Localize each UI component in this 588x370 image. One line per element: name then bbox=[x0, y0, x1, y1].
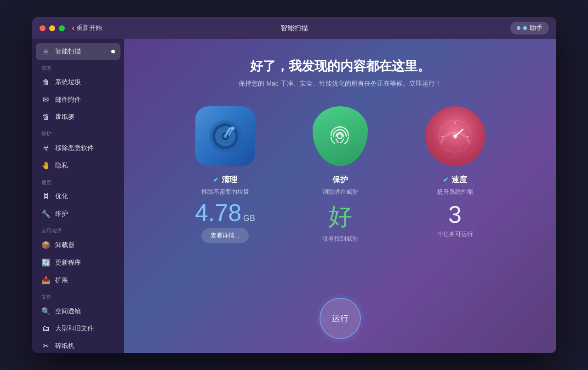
update-icon: 🔄 bbox=[41, 258, 51, 267]
sidebar-item-label: 移除恶意软件 bbox=[55, 144, 94, 152]
sidebar-item-malware[interactable]: ☣ 移除恶意软件 bbox=[36, 139, 120, 156]
biohazard-icon: ☣ bbox=[41, 144, 51, 152]
protect-icon-wrap bbox=[313, 106, 368, 166]
sidebar-item-label: 优化 bbox=[55, 192, 68, 201]
sidebar-item-label: 卸载器 bbox=[55, 241, 74, 249]
clean-check-icon: ✔ bbox=[213, 175, 219, 184]
sidebar-item-label: 大型和旧文件 bbox=[55, 324, 94, 333]
minimize-button[interactable] bbox=[49, 25, 55, 31]
sidebar-item-label: 碎纸机 bbox=[55, 342, 74, 350]
close-button[interactable] bbox=[40, 25, 46, 31]
section-label-speed: 速度 bbox=[32, 174, 124, 188]
card-protect: 保护 消除潜在威胁 好 没有找到威胁 bbox=[290, 106, 391, 243]
clean-value-row: 4.78 GB bbox=[195, 201, 255, 226]
speed-card-title: 速度 bbox=[451, 174, 467, 185]
sidebar-item-label: 维护 bbox=[55, 210, 68, 218]
sidebar-item-extensions[interactable]: 📥 扩展 bbox=[36, 272, 120, 289]
folder-icon: 🗂 bbox=[41, 324, 51, 333]
protect-value: 好 bbox=[328, 201, 352, 233]
speed-icon-wrap bbox=[425, 106, 485, 166]
section-label-protect: 保护 bbox=[32, 126, 124, 139]
sidebar-item-uninstaller[interactable]: 📦 卸载器 bbox=[36, 237, 120, 254]
protect-card-desc: 消除潜在威胁 bbox=[322, 188, 358, 196]
view-details-button[interactable]: 查看详情... bbox=[201, 228, 249, 243]
back-button[interactable]: ‹ 重新开始 bbox=[72, 24, 102, 32]
card-clean: ✔ 清理 移除不需要的垃圾 4.78 GB 查看详情... bbox=[175, 106, 276, 243]
sidebar-item-email-attachments[interactable]: ✉ 邮件附件 bbox=[36, 91, 120, 108]
content-subtitle: 保持您的 Mac 干净、安全、性能优化的所有任务正在等候。立即运行！ bbox=[239, 80, 441, 88]
clean-card-title: 清理 bbox=[222, 174, 237, 185]
card-speed: ✔ 速度 提升系统性能 3 个任务可运行 bbox=[405, 106, 506, 243]
section-label-apps: 应用程序 bbox=[32, 223, 124, 236]
sidebar-item-privacy[interactable]: 🤚 隐私 bbox=[36, 157, 120, 174]
run-button[interactable]: 运行 bbox=[320, 298, 361, 339]
extension-icon: 📥 bbox=[41, 276, 51, 284]
clean-title-row: ✔ 清理 bbox=[213, 174, 237, 185]
lens-icon: 🔍 bbox=[41, 307, 51, 316]
optimize-icon: 🎛 bbox=[41, 192, 51, 201]
uninstall-icon: 📦 bbox=[41, 241, 51, 249]
speedometer-icon bbox=[434, 116, 476, 157]
sidebar-item-label: 扩展 bbox=[55, 276, 68, 284]
assistant-dot2-icon bbox=[523, 26, 527, 30]
sidebar-item-label: 隐私 bbox=[55, 162, 68, 170]
traffic-lights bbox=[40, 25, 65, 31]
sidebar-item-updater[interactable]: 🔄 更新程序 bbox=[36, 254, 120, 271]
shredder-icon: ✂ bbox=[41, 341, 51, 350]
sidebar-item-system-junk[interactable]: 🗑 系统垃圾 bbox=[36, 74, 120, 91]
cards-row: ✔ 清理 移除不需要的垃圾 4.78 GB 查看详情... bbox=[175, 106, 506, 243]
svg-point-8 bbox=[337, 134, 342, 139]
main-content: 🖨 智能扫描 清理 🗑 系统垃圾 ✉ 邮件附件 🗑 废纸篓 保护 ☣ bbox=[32, 39, 556, 353]
content-title: 好了，我发现的内容都在这里。 bbox=[250, 58, 430, 75]
speed-card-desc: 提升系统性能 bbox=[437, 188, 473, 196]
sidebar-item-label: 邮件附件 bbox=[55, 96, 81, 104]
chevron-left-icon: ‹ bbox=[72, 24, 74, 32]
section-label-files: 文件 bbox=[32, 289, 124, 302]
protect-card-title: 保护 bbox=[332, 174, 348, 185]
sidebar-item-optimize[interactable]: 🎛 优化 bbox=[36, 188, 120, 205]
printer-icon: 🖨 bbox=[41, 47, 51, 56]
speed-sub-text: 个任务可运行 bbox=[437, 230, 473, 238]
run-button-label: 运行 bbox=[332, 313, 348, 324]
sidebar: 🖨 智能扫描 清理 🗑 系统垃圾 ✉ 邮件附件 🗑 废纸篓 保护 ☣ bbox=[32, 39, 124, 353]
assistant-label: 助手 bbox=[530, 24, 542, 32]
speed-check-icon: ✔ bbox=[443, 175, 449, 184]
mail-icon: ✉ bbox=[41, 95, 51, 104]
clean-icon-wrap bbox=[195, 106, 255, 166]
protect-title-row: 保护 bbox=[332, 174, 348, 185]
wrench-icon: 🔧 bbox=[41, 209, 51, 218]
back-label: 重新开始 bbox=[76, 24, 102, 32]
sidebar-item-label: 系统垃圾 bbox=[55, 78, 81, 87]
fingerprint-icon bbox=[325, 121, 355, 151]
active-indicator bbox=[111, 50, 115, 53]
hand-icon: 🤚 bbox=[41, 161, 51, 170]
section-label-clean: 清理 bbox=[32, 60, 124, 74]
sidebar-item-trash[interactable]: 🗑 废纸篓 bbox=[36, 109, 120, 125]
sidebar-item-maintenance[interactable]: 🔧 维护 bbox=[36, 205, 120, 222]
clean-value: 4.78 bbox=[195, 201, 241, 225]
protect-sub-text: 没有找到威胁 bbox=[322, 235, 358, 243]
trash2-icon: 🗑 bbox=[41, 113, 51, 121]
sidebar-item-space-lens[interactable]: 🔍 空间透镜 bbox=[36, 303, 120, 320]
sidebar-item-label: 智能扫描 bbox=[55, 47, 81, 56]
trash-icon: 🗑 bbox=[41, 78, 51, 87]
speed-value: 3 bbox=[448, 201, 462, 228]
sidebar-item-label: 废纸篓 bbox=[55, 113, 74, 121]
window-title: 智能扫描 bbox=[280, 24, 308, 33]
app-window: ‹ 重新开始 智能扫描 助手 🖨 智能扫描 清理 🗑 系统垃圾 bbox=[32, 17, 556, 353]
sidebar-item-shredder[interactable]: ✂ 碎纸机 bbox=[36, 337, 120, 353]
assistant-button[interactable]: 助手 bbox=[510, 22, 549, 35]
svg-point-15 bbox=[454, 135, 457, 138]
sidebar-item-smart-scan[interactable]: 🖨 智能扫描 bbox=[36, 43, 120, 60]
sidebar-item-large-old-files[interactable]: 🗂 大型和旧文件 bbox=[36, 320, 120, 337]
speed-title-row: ✔ 速度 bbox=[443, 174, 467, 185]
run-button-wrap: 运行 bbox=[320, 298, 361, 339]
hdd-icon bbox=[207, 118, 244, 155]
clean-unit: GB bbox=[243, 214, 255, 223]
maximize-button[interactable] bbox=[59, 25, 65, 31]
sidebar-item-label: 空间透镜 bbox=[55, 307, 81, 316]
main-panel: 好了，我发现的内容都在这里。 保持您的 Mac 干净、安全、性能优化的所有任务正… bbox=[124, 39, 556, 353]
sidebar-item-label: 更新程序 bbox=[55, 259, 81, 267]
assistant-dot-icon bbox=[517, 26, 520, 30]
svg-point-6 bbox=[231, 127, 234, 130]
